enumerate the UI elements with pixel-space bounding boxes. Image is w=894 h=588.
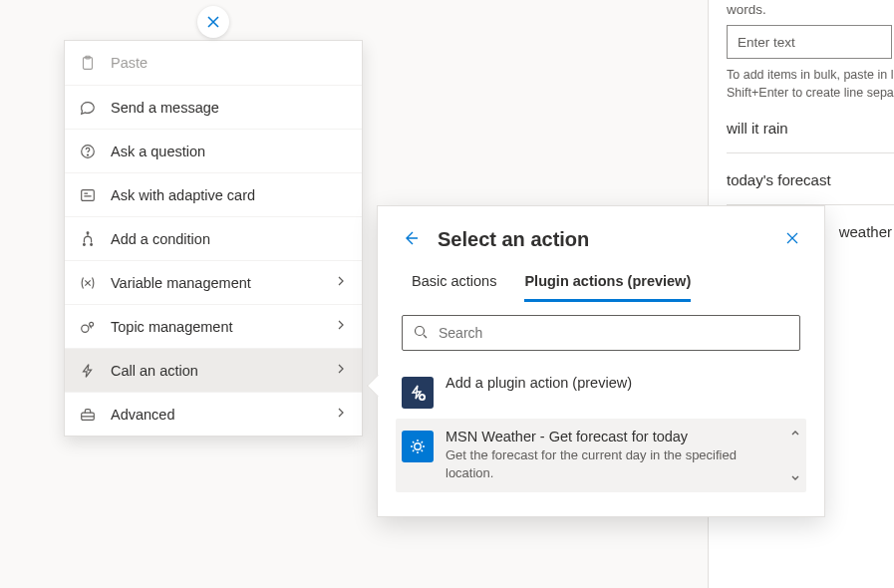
menu-item-label: Advanced	[111, 407, 175, 423]
trigger-phrase[interactable]: will it rain	[727, 102, 894, 153]
panel-title: Select an action	[438, 228, 589, 251]
svg-point-8	[82, 325, 89, 332]
chevron-right-icon	[334, 362, 348, 379]
menu-item-send-message[interactable]: Send a message	[65, 85, 362, 129]
close-icon	[205, 14, 221, 30]
menu-item-ask-question[interactable]: Ask a question	[65, 129, 362, 172]
action-title: Add a plugin action (preview)	[446, 375, 632, 391]
enter-text-input[interactable]: Enter text	[727, 25, 892, 59]
add-node-menu: PasteSend a messageAsk a questionAsk wit…	[64, 40, 363, 437]
menu-item-label: Send a message	[111, 100, 219, 116]
search-input[interactable]	[437, 324, 789, 342]
variable-icon	[79, 274, 101, 292]
action-item-add-plugin[interactable]: Add a plugin action (preview)	[396, 365, 806, 419]
chevron-right-icon	[334, 318, 348, 335]
menu-item-ask-adaptive[interactable]: Ask with adaptive card	[65, 172, 362, 216]
trigger-phrase[interactable]: today's forecast	[727, 153, 894, 205]
close-panel-button[interactable]	[784, 230, 800, 249]
toolbox-icon	[79, 406, 101, 424]
action-title: MSN Weather - Get forecast for today	[446, 429, 764, 444]
question-icon	[79, 143, 101, 160]
svg-point-13	[415, 443, 421, 449]
action-description: Get the forecast for the current day in …	[446, 446, 764, 482]
menu-item-advanced[interactable]: Advanced	[65, 392, 362, 436]
close-node-button[interactable]	[197, 6, 229, 38]
back-button[interactable]	[402, 229, 420, 250]
menu-item-label: Variable management	[111, 275, 251, 291]
svg-point-3	[87, 154, 88, 155]
menu-item-topic-mgmt[interactable]: Topic management	[65, 304, 362, 348]
tab-basic-actions[interactable]: Basic actions	[412, 267, 496, 301]
svg-point-11	[416, 326, 425, 335]
action-tabs: Basic actions Plugin actions (preview)	[378, 267, 824, 301]
chevron-right-icon	[334, 274, 348, 291]
branch-icon	[79, 230, 101, 248]
topic-icon	[79, 318, 101, 336]
menu-item-label: Topic management	[111, 319, 233, 335]
select-action-panel: Select an action Basic actions Plugin ac…	[377, 205, 825, 517]
arrow-left-icon	[402, 229, 420, 247]
hint-text: To add items in bulk, paste in li Shift+…	[727, 67, 894, 102]
menu-item-call-action[interactable]: Call an action	[65, 348, 362, 392]
weather-icon	[402, 431, 434, 462]
tab-plugin-actions[interactable]: Plugin actions (preview)	[524, 267, 691, 302]
partial-text: words.	[727, 0, 894, 17]
scroll-up-icon[interactable]	[790, 425, 802, 441]
menu-item-variable-mgmt[interactable]: Variable management	[65, 260, 362, 304]
card-icon	[79, 186, 101, 204]
action-list: Add a plugin action (preview)MSN Weather…	[378, 351, 824, 492]
svg-point-6	[84, 243, 86, 245]
close-icon	[784, 230, 800, 246]
menu-item-label: Add a condition	[111, 231, 210, 247]
clipboard-icon	[79, 54, 101, 72]
svg-point-7	[91, 243, 93, 245]
search-icon	[413, 324, 429, 343]
svg-rect-4	[82, 189, 95, 200]
menu-item-label: Ask a question	[111, 144, 205, 159]
menu-item-label: Paste	[111, 55, 148, 71]
svg-point-5	[87, 231, 89, 233]
menu-item-label: Call an action	[111, 363, 198, 379]
action-search[interactable]	[402, 315, 800, 351]
scroll-down-icon[interactable]	[790, 470, 802, 486]
chevron-right-icon	[334, 406, 348, 423]
bolt-icon	[79, 362, 101, 380]
menu-item-add-condition[interactable]: Add a condition	[65, 216, 362, 260]
menu-item-paste: Paste	[65, 41, 362, 85]
chat-icon	[79, 99, 101, 117]
panel-header: Select an action	[378, 206, 824, 267]
menu-item-label: Ask with adaptive card	[111, 187, 255, 203]
input-placeholder: Enter text	[738, 35, 795, 50]
action-item-msn-weather[interactable]: MSN Weather - Get forecast for todayGet …	[396, 419, 806, 492]
plugin-add-icon	[402, 377, 434, 409]
